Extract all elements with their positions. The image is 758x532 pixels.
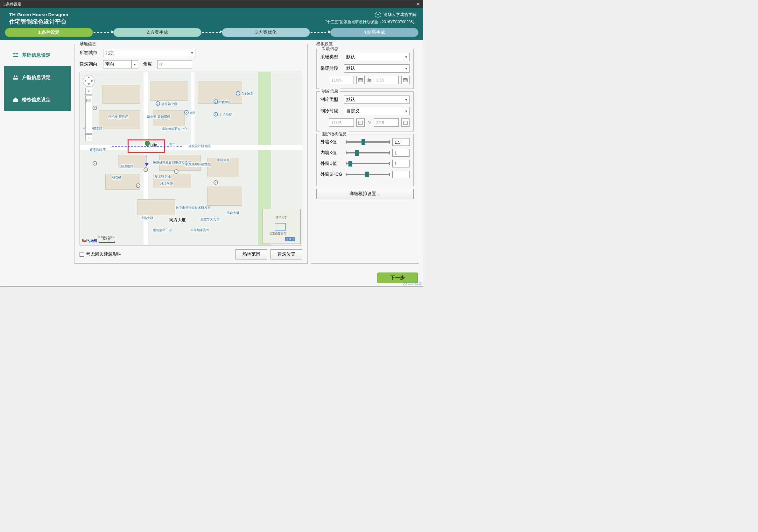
zoom-out-icon[interactable]: −	[86, 135, 92, 141]
sidebar: 基础信息设定 户型信息设定 楼栋信息设定	[4, 44, 71, 266]
window-title: 1.条件设定	[3, 2, 21, 7]
calendar-icon[interactable]	[401, 119, 410, 127]
sidebar-item-basic[interactable]: 基础信息设定	[4, 44, 71, 66]
orientation-select[interactable]: 南向 ▼	[103, 60, 138, 68]
app-header: TH-Green House Designer 住宅智能绿色设计平台 清华大学建…	[0, 8, 423, 28]
city-label: 所在城市	[80, 50, 100, 56]
site-extent-button[interactable]: 场地范围	[235, 249, 267, 260]
poi-label: 盛世华天宾馆	[200, 217, 220, 222]
svg-point-20	[405, 80, 405, 80]
heating-type-select[interactable]: 默认 ▼	[344, 53, 410, 61]
cooling-date-from[interactable]: 11/15	[329, 119, 354, 127]
chevron-down-icon: ▼	[403, 53, 409, 61]
heating-date-to[interactable]: 3/15	[374, 76, 399, 84]
svg-point-12	[360, 80, 361, 80]
cooling-date-to[interactable]: 3/15	[374, 119, 399, 127]
poi-label: 环境学院	[160, 182, 173, 186]
win-u-value[interactable]: 1	[392, 160, 410, 167]
calendar-icon[interactable]	[357, 76, 365, 84]
step-1[interactable]: 1.条件设定	[5, 28, 93, 37]
building-location-button[interactable]: 建筑位置	[270, 249, 302, 260]
svg-rect-1	[13, 56, 15, 57]
people-icon	[13, 74, 19, 81]
map-zoom-out[interactable]: −	[85, 134, 92, 141]
minimap[interactable]: 清华大学 北京西苏宾馆 五道口	[262, 209, 301, 244]
wall-ext-value[interactable]: 1.5	[392, 138, 410, 146]
poi-marker-icon: ▲	[155, 101, 160, 106]
close-icon[interactable]: ✕	[414, 0, 422, 8]
win-shgc-slider[interactable]	[346, 171, 390, 178]
svg-point-13	[362, 80, 362, 80]
svg-point-11	[359, 80, 360, 80]
checkbox-icon	[80, 252, 84, 257]
cooling-period-label: 制冷时段	[321, 108, 341, 114]
site-axis-v	[147, 146, 147, 164]
poi-label: 技术科学楼	[154, 174, 171, 179]
chevron-down-icon: ▼	[189, 49, 195, 57]
step-3[interactable]: 3.方案优化	[222, 28, 310, 37]
poi-label: 建筑清华工业	[153, 228, 172, 232]
sidebar-label: 户型信息设定	[22, 75, 51, 81]
poi-marker-icon: ▲	[214, 99, 218, 104]
svg-point-21	[406, 80, 407, 80]
wall-ext-slider[interactable]	[346, 139, 390, 145]
titlebar: 1.条件设定 ✕	[0, 0, 423, 8]
calendar-icon[interactable]	[357, 119, 365, 127]
site-map[interactable]: site ▲ 建筑馆北楼 ▲ B教学区 ▲ C实验室 ▲ A座 ▲ 美术学院 伟…	[80, 72, 302, 245]
zoom-in-icon[interactable]: +	[86, 88, 92, 94]
win-shgc-value[interactable]	[392, 171, 410, 178]
settings-icon	[13, 52, 19, 58]
wall-int-slider[interactable]	[346, 150, 390, 156]
step-4[interactable]: 4.结果生成	[330, 28, 419, 37]
heating-group: 采暖信息 采暖类型 默认 ▼ 采暖时段 默认 ▼	[316, 49, 414, 89]
cooling-type-select[interactable]: 默认 ▼	[344, 95, 410, 104]
poi-label: 西门	[169, 143, 176, 147]
chevron-down-icon: ▼	[403, 65, 409, 72]
poi-marker-icon: ▲	[236, 91, 240, 95]
poi-label: 同方大厦	[169, 217, 186, 223]
poi-label: 伟伦楼-报告厅	[108, 115, 128, 119]
poi-marker-icon: ▲	[184, 110, 189, 115]
poi-label: 美术学院	[219, 113, 232, 117]
parking-icon: P	[92, 106, 97, 110]
poi-label: C实验室	[241, 92, 254, 96]
svg-point-29	[403, 281, 407, 285]
calendar-icon[interactable]	[401, 76, 410, 84]
step-2[interactable]: 2.方案生成	[113, 28, 201, 37]
poi-label: 绿岛咖啡	[121, 164, 134, 169]
wall-int-value[interactable]: 1	[392, 149, 410, 157]
angle-input[interactable]: 0	[157, 60, 192, 68]
svg-point-15	[360, 81, 361, 81]
zoom-thumb[interactable]	[86, 99, 91, 102]
win-shgc-label: 外窗SHCG	[321, 172, 343, 177]
group-legend: 场地信息	[78, 41, 98, 47]
detail-settings-button[interactable]: 详细模拟设置…	[316, 189, 414, 199]
wall-ext-label: 外墙K值	[321, 139, 343, 145]
home-icon	[13, 96, 19, 103]
sidebar-item-building[interactable]: 楼栋信息设定	[4, 89, 71, 111]
map-zoom-control[interactable]: +	[85, 88, 92, 95]
sidebar-item-unit[interactable]: 户型信息设定	[4, 66, 71, 89]
neighbor-checkbox[interactable]: 考虑周边建筑影响	[80, 252, 121, 257]
poi-label: 中意清华环境节能	[185, 162, 211, 167]
poi-label: 建筑馆北楼	[161, 102, 178, 106]
svg-rect-26	[403, 121, 407, 125]
svg-point-16	[362, 81, 362, 81]
cooling-period-select[interactable]: 自定义 ▼	[344, 107, 410, 115]
poi-label: 建筑节能研究中心	[161, 127, 188, 131]
footer: 下一步 宜天信达	[0, 270, 423, 286]
date-to-label: 至	[367, 77, 371, 83]
poi-label: B教学区	[219, 100, 231, 104]
map-pan-control[interactable]	[83, 75, 95, 88]
svg-point-25	[360, 123, 361, 123]
poi-label: 建筑设计研究院	[188, 144, 211, 148]
win-u-slider[interactable]	[346, 160, 390, 167]
heating-period-select[interactable]: 默认 ▼	[344, 64, 410, 73]
project-code: "十三五"国家重点研发计划课题（2016YFC0700206）	[326, 19, 417, 25]
map-zoom-slider[interactable]	[85, 95, 92, 134]
poi-label: 纳森大厦	[226, 211, 240, 215]
city-select[interactable]: 北京 ▼	[103, 49, 195, 57]
svg-rect-3	[17, 56, 18, 57]
heating-date-from[interactable]: 11/15	[329, 76, 354, 84]
angle-label: 角度	[141, 61, 154, 67]
